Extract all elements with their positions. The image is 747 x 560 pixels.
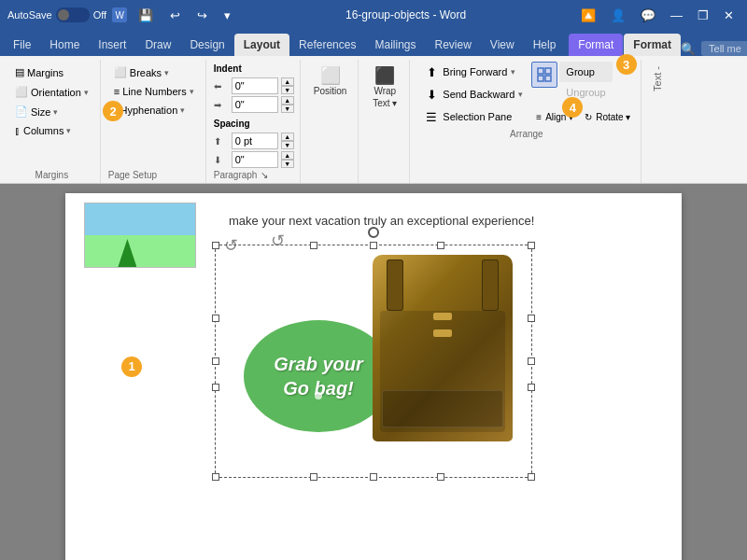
handle-bm[interactable] [370,473,377,481]
restore-button[interactable]: ❐ [692,5,714,26]
align-rotate-row: ≡ Align ▾ ↻ Rotate ▾ [531,106,635,127]
tab-format-shape[interactable]: Format [624,34,681,56]
word-icon: W [112,7,127,22]
orientation-button[interactable]: ⬜ Orientation ▾ [9,83,94,101]
redo-button[interactable]: ↪ [191,5,213,26]
handle-ml[interactable] [212,357,219,365]
indent-left-up[interactable]: ▲ [281,77,294,86]
send-backward-button[interactable]: ⬇ Send Backward ▾ [417,84,529,105]
indent-right-row: ➡ ▲ ▼ [214,96,294,113]
grid-icon-button[interactable] [531,62,557,88]
handle-inner-3[interactable] [528,315,535,322]
backpack-body [373,255,513,441]
tab-design[interactable]: Design [180,34,233,56]
ribbon-search-input[interactable] [701,41,747,56]
spacing-after-down[interactable]: ▼ [281,160,294,168]
tab-references[interactable]: References [289,34,365,56]
handle-tl[interactable] [212,242,219,249]
buckle-top [433,313,452,320]
handle-inner-5[interactable] [310,242,317,249]
indent-right-input[interactable] [232,96,278,113]
indent-header: Indent [214,63,242,76]
tab-layout[interactable]: Layout [234,34,289,56]
indent-left-input[interactable] [232,77,278,94]
autosave-toggle[interactable] [56,7,90,22]
page-setup-label: Page Setup [108,168,200,183]
spacing-before-up[interactable]: ▲ [281,133,294,141]
ribbon-group-indent: Indent ⬅ ▲ ▼ ➡ ▲ ▼ Spacing ⬆ [208,60,301,183]
handle-inner-6[interactable] [437,242,444,249]
wrap-text-icon: ⬛ [374,67,395,84]
indent-left-row: ⬅ ▲ ▼ [214,77,294,94]
selection-pane-button[interactable]: ☰ Selection Pane [417,106,529,127]
minimize-button[interactable]: — [665,5,688,26]
line-numbers-arrow: ▾ [190,87,194,96]
size-icon: 📄 [15,105,28,118]
spacing-after-input[interactable] [232,151,278,168]
handle-inner-7[interactable] [310,473,317,481]
close-button[interactable]: ✕ [718,5,740,26]
rotate-button[interactable]: ↻ Rotate ▾ [580,106,635,127]
tab-insert[interactable]: Insert [89,34,135,56]
save-button[interactable]: 💾 [133,5,159,26]
tab-review[interactable]: Review [425,34,480,56]
ribbon-display-button[interactable]: 🔼 [575,5,601,26]
group-button[interactable]: Group [559,62,612,82]
orientation-arrow: ▾ [84,88,89,97]
position-button[interactable]: ⬜ Position [308,63,353,100]
text-label: Text - [650,62,665,96]
size-button[interactable]: 📄 Size ▾ [9,103,94,120]
handle-inner-4[interactable] [528,384,535,391]
share-button[interactable]: 👤 [605,5,631,26]
handle-tr[interactable] [528,242,535,249]
columns-button[interactable]: ⫿ Columns ▾ [9,122,94,139]
window-title: 16-group-objects - Word [236,8,575,21]
handle-inner-2[interactable] [212,384,219,391]
tab-file[interactable]: File [4,34,40,56]
handle-inner-1[interactable] [212,315,219,322]
quick-access-more[interactable]: ▾ [218,5,236,26]
margins-label: Margins [27,67,63,78]
position-content: ⬜ Position [308,62,353,178]
arrange-buttons: ⬆ Bring Forward ▾ ⬇ Send Backward ▾ ☰ Se… [417,62,635,127]
tab-mailings[interactable]: Mailings [365,34,425,56]
wrap-text-button[interactable]: ⬛ Wrap Text ▾ [366,63,403,112]
tab-help[interactable]: Help [524,34,566,56]
position-icon: ⬜ [320,67,341,84]
indent-left-arrows: ▲ ▼ [281,77,294,94]
undo-button[interactable]: ↩ [164,5,186,26]
line-numbers-button[interactable]: ≡ Line Numbers ▾ [108,83,200,100]
breaks-label: Breaks [130,67,162,78]
indent-right-up[interactable]: ▲ [281,96,294,105]
spacing-before-down[interactable]: ▼ [281,141,294,149]
comment-button[interactable]: 💬 [635,5,661,26]
margins-button[interactable]: ▤ Margins [9,63,94,81]
paragraph-dialog-icon[interactable]: ↘ [261,170,268,180]
handle-bl[interactable] [212,473,219,481]
doc-body-text: make your next vacation truly an excepti… [229,214,534,228]
autosave-knob [58,9,69,21]
tab-view[interactable]: View [481,34,524,56]
grid-icon [537,67,552,82]
bring-forward-button[interactable]: ⬆ Bring Forward ▾ [417,62,529,82]
wrap-group-label [366,178,403,183]
tab-home[interactable]: Home [40,34,89,56]
indent-left-down[interactable]: ▼ [281,86,294,94]
tab-format-picture[interactable]: Format [569,34,623,56]
breaks-button[interactable]: ⬜ Breaks ▾ [108,63,175,81]
rotate-label: Rotate ▾ [596,112,630,122]
handle-br[interactable] [528,473,535,481]
indent-right-down[interactable]: ▼ [281,105,294,113]
ribbon-group-page-setup: ⬜ Breaks ▾ ≡ Line Numbers ▾ - Hyphenatio… [103,60,206,183]
handle-mr[interactable] [528,357,535,365]
handle-inner-8[interactable] [437,473,444,481]
spacing-before-input[interactable] [232,133,278,149]
tab-draw[interactable]: Draw [135,34,180,56]
indent-right-arrows: ▲ ▼ [281,96,294,113]
svg-rect-0 [538,68,543,74]
strap-left [387,259,403,311]
handle-tm[interactable] [370,242,377,249]
spacing-after-up[interactable]: ▲ [281,151,294,160]
backpack-lower-pocket [382,390,503,427]
spacing-after-row: ⬇ ▲ ▼ [214,151,294,168]
